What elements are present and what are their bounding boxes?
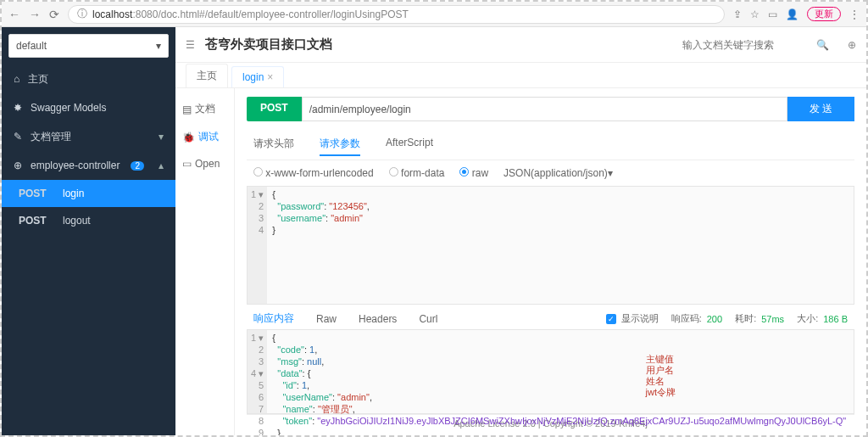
doc-icon: ✎ — [14, 131, 22, 143]
star-icon[interactable]: ☆ — [750, 8, 760, 20]
method-label: POST — [19, 215, 49, 227]
update-button[interactable]: 更新 — [807, 7, 841, 21]
resp-tab-headers[interactable]: Headers — [359, 313, 397, 325]
ext-icon[interactable]: ▭ — [768, 8, 777, 20]
sidebar-endpoint-logout[interactable]: POST logout — [2, 207, 175, 234]
status-code: 200 — [707, 314, 722, 324]
time-label: 耗时: — [735, 312, 756, 325]
sidebar-item-label: employee-controller — [31, 160, 120, 171]
subtab-afterscript[interactable]: AfterScript — [386, 133, 433, 156]
raw-format-select[interactable]: JSON(application/json)▾ — [504, 167, 613, 179]
resp-tab-raw[interactable]: Raw — [316, 313, 337, 325]
group-selector[interactable]: default ▾ — [8, 34, 169, 58]
line-gutter: 1 ▾234 ▾5678910 — [248, 330, 267, 413]
request-subtabs: 请求头部 请求参数 AfterScript — [247, 130, 854, 160]
sidebar-item-home[interactable]: ⌂ 主页 — [2, 64, 175, 93]
bodytype-formdata[interactable]: form-data — [389, 167, 445, 179]
sidebar: default ▾ ⌂ 主页 ✸ Swagger Models ✎ 文档管理 ▾… — [2, 27, 175, 435]
subtab-headers[interactable]: 请求头部 — [253, 133, 294, 156]
forward-icon[interactable]: → — [29, 8, 41, 21]
send-button[interactable]: 发 送 — [787, 97, 854, 121]
count-badge: 2 — [131, 161, 144, 171]
close-icon[interactable]: × — [267, 71, 273, 83]
endpoint-label: logout — [63, 215, 91, 227]
checkbox-icon[interactable]: ✓ — [606, 314, 616, 324]
share-icon[interactable]: ⇪ — [733, 8, 742, 20]
search-icon[interactable]: 🔍 — [816, 39, 829, 51]
tab-home[interactable]: 主页 — [186, 64, 228, 87]
method-label: POST — [19, 188, 49, 199]
search-input[interactable] — [682, 39, 801, 51]
code-area[interactable]: { "password": "123456", "username": "adm… — [267, 187, 375, 304]
response-size: 186 B — [823, 314, 848, 324]
doc-mode-column: ▤文档 🐞调试 ▭Open — [175, 88, 235, 435]
browser-chrome: ← → ⟳ ⓘ localhost:8080/doc.html#/default… — [2, 2, 866, 27]
sidebar-item-label: 文档管理 — [31, 130, 71, 144]
sidebar-item-doc[interactable]: ✎ 文档管理 ▾ — [2, 122, 175, 151]
code-label: 响应码: — [671, 312, 702, 325]
sidebar-item-swagger[interactable]: ✸ Swagger Models — [2, 93, 175, 122]
bodytype-raw[interactable]: raw — [459, 167, 488, 179]
mode-label: 调试 — [198, 130, 219, 144]
mode-label: 文档 — [195, 102, 215, 116]
reload-icon[interactable]: ⟳ — [49, 8, 59, 21]
chevron-up-icon: ▴ — [159, 160, 164, 171]
topbar: ☰ 苍穹外卖项目接口文档 🔍 ⊕ — [175, 27, 866, 63]
profile-icon[interactable]: 👤 — [786, 8, 798, 20]
resp-tab-body[interactable]: 响应内容 — [253, 311, 294, 326]
url-port: :8080 — [132, 8, 158, 20]
response-meta: ✓ 显示说明 响应码: 200 耗时: 57ms 大小: 186 B — [606, 312, 848, 325]
show-desc-label: 显示说明 — [621, 312, 659, 325]
body-type-row: x-www-form-urlencoded form-data raw JSON… — [247, 160, 854, 186]
mode-doc[interactable]: ▤文档 — [175, 95, 234, 123]
annot-username: 用户名 — [646, 365, 676, 376]
annot-token: jwt令牌 — [646, 387, 676, 398]
line-gutter: 1 ▾234 — [248, 187, 267, 304]
url-path: /doc.html#/default/employee-controller/l… — [158, 8, 408, 20]
collapse-icon[interactable]: ☰ — [186, 39, 195, 51]
field-annotations: 主键值 用户名 姓名 jwt令牌 — [646, 354, 676, 398]
open-icon: ▭ — [182, 158, 192, 170]
bodytype-label: form-data — [401, 167, 444, 179]
elapsed-time: 57ms — [761, 314, 784, 324]
resp-tab-curl[interactable]: Curl — [419, 313, 437, 325]
subtab-params[interactable]: 请求参数 — [320, 133, 360, 156]
doc-icon: ▤ — [182, 104, 192, 115]
mode-label: Open — [195, 158, 220, 170]
url-bar[interactable]: ⓘ localhost:8080/doc.html#/default/emplo… — [68, 5, 725, 24]
sidebar-endpoint-login[interactable]: POST login — [2, 180, 175, 207]
home-icon: ⌂ — [14, 73, 19, 85]
main: ☰ 苍穹外卖项目接口文档 🔍 ⊕ 主页 login× ▤文档 🐞调试 ▭Open — [175, 27, 866, 435]
lang-icon[interactable]: ⊕ — [848, 39, 856, 51]
chevron-down-icon: ▾ — [156, 40, 161, 52]
page-title: 苍穹外卖项目接口文档 — [205, 36, 332, 53]
page-tabs: 主页 login× — [175, 63, 866, 88]
endpoint-label: login — [63, 188, 84, 199]
radio-icon — [389, 167, 398, 176]
bodytype-urlencoded[interactable]: x-www-form-urlencoded — [253, 167, 374, 179]
bug-icon: 🐞 — [182, 132, 195, 143]
url-host: localhost — [92, 8, 132, 20]
annot-name: 姓名 — [646, 376, 676, 387]
tab-label: 主页 — [197, 70, 217, 81]
request-row: POST 发 送 — [247, 97, 854, 121]
mode-open[interactable]: ▭Open — [175, 151, 234, 176]
response-body-editor[interactable]: 1 ▾234 ▾5678910 { "code": 1, "msg": null… — [247, 329, 854, 414]
sidebar-item-employee-controller[interactable]: ⊕ employee-controller 2 ▴ — [2, 151, 175, 180]
sidebar-item-label: Swagger Models — [31, 102, 106, 114]
code-area: { "code": 1, "msg": null, "data": { "id"… — [267, 330, 851, 413]
group-selector-value: default — [16, 40, 47, 52]
tab-label: login — [242, 71, 264, 83]
method-badge: POST — [247, 97, 302, 121]
tab-login[interactable]: login× — [231, 66, 284, 87]
back-icon[interactable]: ← — [8, 8, 20, 21]
radio-icon — [459, 167, 469, 176]
chevron-down-icon: ▾ — [159, 131, 164, 143]
swagger-icon: ✸ — [14, 102, 22, 114]
menu-icon[interactable]: ⋮ — [849, 8, 860, 20]
bodytype-label: raw — [472, 167, 488, 179]
bodytype-label: x-www-form-urlencoded — [265, 167, 373, 179]
request-url-input[interactable] — [302, 97, 787, 121]
mode-debug[interactable]: 🐞调试 — [175, 123, 234, 151]
request-body-editor[interactable]: 1 ▾234 { "password": "123456", "username… — [247, 186, 854, 305]
